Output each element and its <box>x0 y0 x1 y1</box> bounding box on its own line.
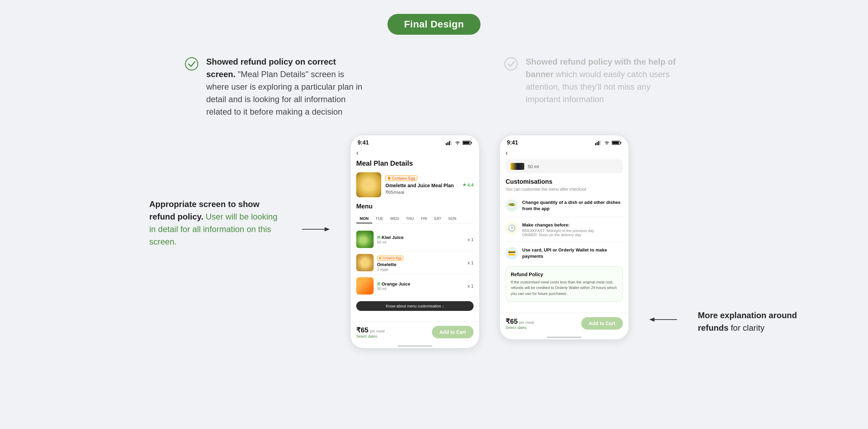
svg-rect-9 <box>463 142 470 144</box>
divider-1 <box>506 217 623 217</box>
svg-marker-3 <box>325 227 330 231</box>
back-btn-1[interactable]: ‹ <box>356 149 474 157</box>
left-annotation: Appropriate screen to show refund policy… <box>149 135 281 248</box>
meal-card-1: Contains Egg Omelette and Juice Meal Pla… <box>356 172 474 197</box>
rating-1: ★ 4.4 <box>462 182 474 188</box>
refund-title: Refund Policy <box>511 272 618 277</box>
day-tab-wed[interactable]: WED <box>387 214 403 223</box>
day-tab-sat[interactable]: SAT <box>431 214 445 223</box>
feature-text-2: Showed refund policy with the help of ba… <box>526 56 684 106</box>
kiwi-sub: 50 ml <box>377 240 464 244</box>
custom-icon-3: 💳 <box>506 247 518 259</box>
add-to-cart-btn-2[interactable]: Add to Cart <box>581 317 623 330</box>
omelette-egg-dot <box>379 257 381 259</box>
day-tab-mon[interactable]: MON <box>356 214 372 223</box>
feature-item-1: Showed refund policy on correct screen. … <box>184 56 365 118</box>
status-bar-2: 9:41 <box>500 135 628 149</box>
back-btn-2[interactable]: ‹ <box>506 149 623 157</box>
meal-card-img-1 <box>356 172 381 197</box>
svg-rect-14 <box>600 140 601 145</box>
battery-icon-1 <box>462 140 472 145</box>
status-icons-2 <box>595 140 621 145</box>
home-indicator-2 <box>547 337 582 338</box>
svg-rect-13 <box>598 141 599 145</box>
omelette-visual <box>356 172 381 197</box>
product-banner: 50 ml <box>506 159 623 173</box>
svg-rect-4 <box>446 143 447 145</box>
refund-policy-box: Refund Policy If the customised meal cos… <box>506 266 623 302</box>
omelette-badge: Contains Egg <box>377 256 403 261</box>
custom-icon-2: 🕐 <box>506 222 518 234</box>
custom-icon-1: 🥗 <box>506 199 518 212</box>
meal-price-1: ₹65/meal <box>385 190 458 195</box>
meal-name-1: Omelette and Juice Meal Plan <box>385 182 458 189</box>
egg-dot <box>388 177 391 180</box>
phone1-content: ‹ Meal Plan Details Contains Egg Omelett… <box>351 149 479 320</box>
day-tab-fri[interactable]: FRI <box>417 214 431 223</box>
signal-icon-2 <box>595 140 602 145</box>
divider-2 <box>506 242 623 242</box>
feature-item-2: Showed refund policy with the help of ba… <box>503 56 684 118</box>
svg-rect-11 <box>595 143 596 145</box>
day-tab-thu[interactable]: THU <box>402 214 417 223</box>
main-content: Appropriate screen to show refund policy… <box>122 135 746 348</box>
svg-point-1 <box>505 58 517 70</box>
screen-title-1: Meal Plan Details <box>356 159 474 167</box>
customisations-title: Customisations <box>506 178 623 185</box>
features-row: Showed refund policy on correct screen. … <box>122 56 746 118</box>
meal-card-info-1: Contains Egg Omelette and Juice Meal Pla… <box>385 175 458 195</box>
svg-rect-6 <box>449 141 450 145</box>
breakfast-detail: BREAKFAST: Midnight of the previous day <box>522 229 623 233</box>
know-more-banner[interactable]: Know about menu customisation ↓ <box>356 301 474 311</box>
status-icons-1 <box>446 140 472 145</box>
right-arrow-svg <box>649 316 677 323</box>
home-indicator-1 <box>398 345 432 347</box>
battery-icon-2 <box>612 140 621 145</box>
omelette-img <box>356 254 374 271</box>
meal-badge-1: Contains Egg <box>385 175 417 181</box>
menu-item-info-kiwi: Kiwi Juice 50 ml <box>377 235 464 244</box>
feature-text-1: Showed refund policy on correct screen. … <box>206 56 365 118</box>
svg-marker-19 <box>649 317 654 322</box>
right-arrow-container <box>649 135 677 323</box>
footer-price-1: ₹65 per meal Select dates <box>356 326 385 338</box>
svg-point-0 <box>185 58 198 70</box>
menu-item-kiwi: Kiwi Juice 50 ml x 1 <box>356 228 474 251</box>
custom-text-2: Make changes before: BREAKFAST: Midnight… <box>522 222 623 237</box>
custom-text-3: Use card, UPI or Orderly Wallet to make … <box>522 247 623 259</box>
dinner-detail: DINNER: Noon on the delivery day <box>522 233 623 237</box>
kiwi-qty: x 1 <box>468 237 474 242</box>
day-tab-tue[interactable]: TUE <box>372 214 387 223</box>
time-1: 9:41 <box>358 140 369 146</box>
day-tabs-1: MON TUE WED THU FRI SAT SUN <box>356 214 474 224</box>
add-to-cart-btn-1[interactable]: Add to Cart <box>432 326 474 338</box>
orange-img <box>356 277 374 295</box>
orange-name: Orange Juice <box>382 281 410 287</box>
signal-icon-1 <box>446 140 453 145</box>
banner-text: 50 ml <box>528 164 539 169</box>
phone2-content: ‹ 50 ml Customisations You can customise… <box>500 149 628 311</box>
menu-item-omelette: Contains Egg Omelette 2 eggs x 1 <box>356 251 474 274</box>
menu-item-info-orange: Orange Juice 50 ml <box>377 281 464 291</box>
time-2: 9:41 <box>507 140 518 146</box>
customisations-sub: You can customise the menu after checkou… <box>506 187 623 192</box>
svg-rect-5 <box>448 142 449 145</box>
omelette-name: Omelette <box>377 262 464 267</box>
svg-rect-10 <box>471 142 472 143</box>
custom-item-1: 🥗 Change quantity of a dish or add other… <box>506 197 623 215</box>
phone-2: 9:41 <box>500 135 628 339</box>
left-arrow <box>302 135 330 233</box>
svg-rect-16 <box>612 142 619 144</box>
phone2-footer: ₹65 per meal Select dates Add to Cart <box>500 313 628 334</box>
phone-1: 9:41 <box>351 135 479 348</box>
phone1-footer: ₹65 per meal Select dates Add to Cart <box>351 321 479 343</box>
orange-qty: x 1 <box>468 283 474 289</box>
day-tab-sun[interactable]: SUN <box>445 214 460 223</box>
omelette-sub: 2 eggs <box>377 267 464 271</box>
kiwi-name: Kiwi Juice <box>382 235 404 240</box>
wifi-icon-2 <box>604 140 610 145</box>
svg-rect-12 <box>597 142 598 145</box>
svg-rect-7 <box>451 140 452 145</box>
footer-price-2: ₹65 per meal Select dates <box>506 317 534 330</box>
kiwi-img <box>356 231 374 248</box>
